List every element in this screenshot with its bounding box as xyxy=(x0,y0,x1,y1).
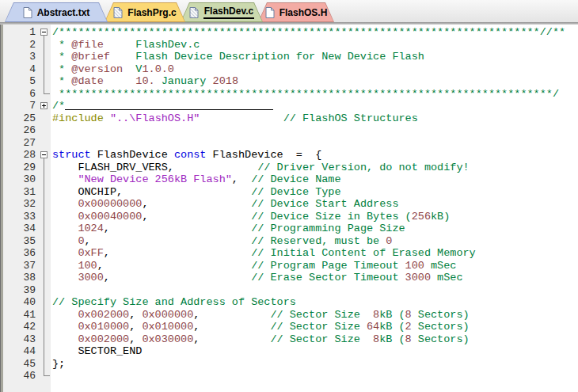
line-number: 3 xyxy=(3,51,37,63)
code-line[interactable]: 31 ONCHIP, // Device Type xyxy=(3,186,578,199)
code-line[interactable]: 34 1024, // Programming Page Size xyxy=(3,223,578,235)
code-line[interactable]: 33 0x00040000, // Device Size in Bytes (… xyxy=(3,211,578,223)
line-number: 41 xyxy=(3,309,37,322)
code-line[interactable]: 30 "New Device 256kB Flash", // Device N… xyxy=(3,173,578,186)
code-line[interactable]: 1/**************************************… xyxy=(3,26,578,39)
code-text: 0, // Reserved, must be 0 xyxy=(52,235,392,248)
fold-minus-icon[interactable] xyxy=(37,149,51,162)
line-number: 27 xyxy=(3,137,37,150)
line-number: 44 xyxy=(3,345,37,358)
tab-flashdev[interactable]: FlashDev.c xyxy=(181,2,263,22)
code-line[interactable]: 25#include "..\FlashOS.H" // FlashOS Str… xyxy=(3,112,578,125)
fold-line xyxy=(37,284,51,297)
line-number: 40 xyxy=(3,296,37,309)
code-text: * @date 10. January 2018 xyxy=(52,75,238,88)
fold-line xyxy=(37,296,51,309)
code-line[interactable]: 3 * @brief Flash Device Description for … xyxy=(3,51,578,63)
line-number: 29 xyxy=(3,162,37,174)
document-icon xyxy=(23,7,32,18)
fold-plus-icon[interactable] xyxy=(37,100,51,112)
fold-line xyxy=(37,235,51,248)
line-number: 7 xyxy=(3,100,37,112)
code-line[interactable]: 2 * @file FlashDev.c xyxy=(3,39,578,51)
fold-line xyxy=(37,223,51,235)
line-number: 39 xyxy=(3,284,37,297)
code-text: SECTOR_END xyxy=(52,345,142,358)
code-line[interactable]: 27 xyxy=(3,137,578,150)
code-text: 0x002000, 0x030000, // Sector Size 8kB (… xyxy=(52,333,470,346)
line-number: 34 xyxy=(3,223,37,235)
code-text: 1024, // Programming Page Size xyxy=(52,223,405,235)
code-text: #include "..\FlashOS.H" // FlashOS Struc… xyxy=(52,112,418,125)
code-text: struct FlashDevice const FlashDevice = { xyxy=(52,149,321,162)
fold-line xyxy=(37,260,51,272)
code-line[interactable]: 4 * @version V1.0.0 xyxy=(3,63,578,76)
fold-margin xyxy=(37,137,51,150)
tab-flashos[interactable]: FlashOS.H xyxy=(258,2,334,22)
code-line[interactable]: 44 SECTOR_END xyxy=(3,345,578,358)
tab-label: FlashDev.c xyxy=(203,6,254,19)
code-line[interactable]: 40// Specify Size and Address of Sectors xyxy=(3,296,578,309)
code-text: "New Device 256kB Flash", // Device Name xyxy=(52,173,341,186)
tab-label: FlashOS.H xyxy=(279,7,328,18)
tab-flashprg[interactable]: FlashPrg.c xyxy=(105,2,185,22)
code-line[interactable]: 7/* xyxy=(3,100,578,112)
code-text: 0x00000000, // Device Start Address xyxy=(52,198,399,211)
fold-line xyxy=(37,51,51,63)
code-line[interactable]: 38 3000, // Erase Sector Timeout 3000 mS… xyxy=(3,272,578,284)
line-number: 2 xyxy=(3,39,37,51)
line-number: 28 xyxy=(3,149,37,162)
code-text: /***************************************… xyxy=(52,26,565,39)
code-line[interactable]: 37 100, // Program Page Timeout 100 mSec xyxy=(3,260,578,272)
fold-line xyxy=(37,309,51,322)
line-number: 36 xyxy=(3,247,37,260)
code-text: * @file FlashDev.c xyxy=(52,39,200,51)
code-line[interactable]: 45}; xyxy=(3,358,578,371)
document-icon xyxy=(265,7,275,18)
code-text: }; xyxy=(52,358,65,371)
code-text: ONCHIP, // Device Type xyxy=(52,186,341,199)
fold-line xyxy=(37,247,51,260)
tab-abstract[interactable]: Abstract.txt xyxy=(5,2,108,22)
tab-label: FlashPrg.c xyxy=(127,7,176,18)
code-text: * @version V1.0.0 xyxy=(52,63,174,76)
code-line[interactable]: 29 FLASH_DRV_VERS, // Driver Version, do… xyxy=(3,162,578,174)
line-number: 1 xyxy=(3,26,37,39)
code-line[interactable]: 26 xyxy=(3,124,578,137)
line-number: 46 xyxy=(3,370,37,382)
code-text: 0x010000, 0x010000, // Sector Size 64kB … xyxy=(52,321,470,333)
code-text: * @brief Flash Device Description for Ne… xyxy=(52,51,424,63)
fold-line xyxy=(37,358,51,371)
fold-line xyxy=(37,186,51,199)
fold-line xyxy=(37,63,51,76)
code-line[interactable]: 6 **************************************… xyxy=(3,88,578,101)
code-line[interactable]: 39 xyxy=(3,284,578,297)
line-number: 45 xyxy=(3,358,37,371)
code-line[interactable]: 32 0x00000000, // Device Start Address xyxy=(3,198,578,211)
code-text: /* xyxy=(52,100,65,112)
code-editor[interactable]: 1/**************************************… xyxy=(0,25,578,392)
code-line[interactable]: 43 0x002000, 0x030000, // Sector Size 8k… xyxy=(3,333,578,346)
line-number: 5 xyxy=(3,75,37,88)
code-line[interactable]: 46 xyxy=(3,370,578,382)
code-line[interactable]: 42 0x010000, 0x010000, // Sector Size 64… xyxy=(3,321,578,333)
code-text: 0x002000, 0x000000, // Sector Size 8kB (… xyxy=(52,309,470,322)
code-text: FLASH_DRV_VERS, // Driver Version, do no… xyxy=(52,162,470,174)
code-rows: 1/**************************************… xyxy=(3,26,578,382)
collapsed-fold-line xyxy=(65,109,273,110)
fold-line xyxy=(37,75,51,88)
document-icon xyxy=(189,7,199,18)
code-line[interactable]: 36 0xFF, // Initial Content of Erased Me… xyxy=(3,247,578,260)
line-number: 4 xyxy=(3,63,37,76)
fold-line xyxy=(37,39,51,51)
code-line[interactable]: 35 0, // Reserved, must be 0 xyxy=(3,235,578,248)
fold-margin xyxy=(37,124,51,137)
line-number: 6 xyxy=(3,88,37,101)
fold-minus-icon[interactable] xyxy=(37,26,51,39)
code-line[interactable]: 41 0x002000, 0x000000, // Sector Size 8k… xyxy=(3,309,578,322)
fold-line xyxy=(37,162,51,174)
code-text: 0xFF, // Initial Content of Erased Memor… xyxy=(52,247,476,260)
line-number: 32 xyxy=(3,198,37,211)
code-line[interactable]: 28struct FlashDevice const FlashDevice =… xyxy=(3,149,578,162)
code-line[interactable]: 5 * @date 10. January 2018 xyxy=(3,75,578,88)
